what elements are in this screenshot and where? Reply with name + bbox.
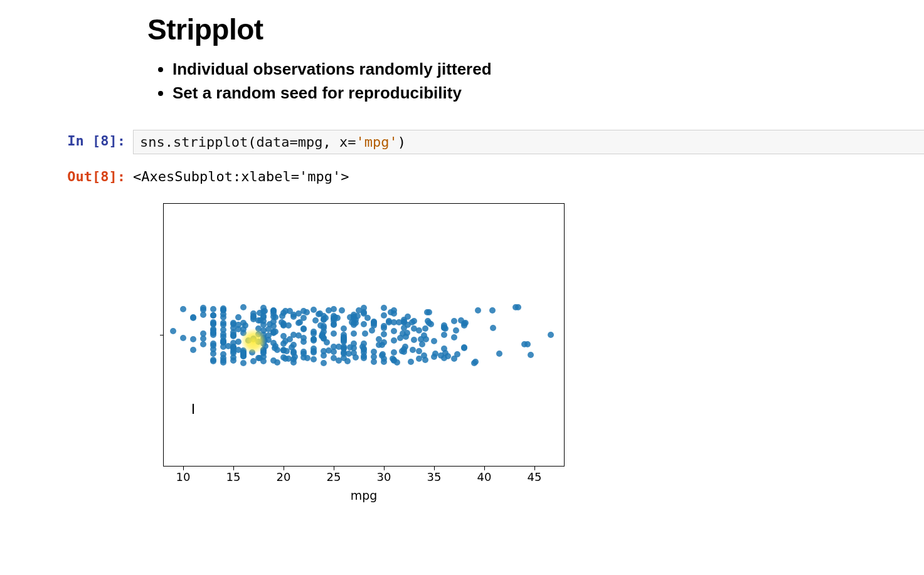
data-point — [405, 314, 411, 320]
data-point — [230, 332, 236, 338]
code-token-arg1-val: mpg — [298, 134, 323, 150]
data-point — [295, 310, 302, 317]
data-point — [471, 360, 477, 366]
data-point — [364, 315, 371, 321]
data-point — [235, 339, 242, 345]
data-point — [339, 307, 345, 314]
data-point — [272, 345, 278, 351]
data-point — [336, 344, 342, 350]
data-point — [411, 337, 417, 343]
data-point — [210, 312, 216, 319]
data-point — [270, 308, 277, 314]
page-title: Stripplot — [147, 13, 869, 46]
xtick-label: 10 — [176, 470, 191, 483]
data-point — [170, 328, 176, 334]
data-point — [255, 339, 262, 345]
data-point — [380, 351, 386, 357]
data-point — [369, 327, 375, 334]
xtick-label: 30 — [377, 470, 391, 483]
data-point — [235, 314, 242, 320]
data-point — [245, 337, 252, 344]
x-axis-label: mpg — [351, 488, 378, 502]
data-point — [300, 339, 307, 345]
data-point — [381, 312, 387, 319]
data-point — [341, 349, 347, 356]
data-point — [322, 315, 329, 321]
code-input[interactable]: sns.stripplot(data=mpg, x='mpg') — [133, 130, 924, 154]
data-point — [371, 319, 377, 325]
data-point — [319, 333, 326, 339]
code-token-arg1-name: data — [256, 134, 289, 150]
xtick-label: 40 — [477, 470, 492, 483]
xtick-label: 35 — [427, 470, 442, 483]
data-point — [190, 315, 196, 321]
data-point — [362, 330, 368, 337]
data-point — [230, 357, 236, 364]
data-point — [220, 327, 226, 333]
data-point — [272, 329, 279, 335]
data-point — [451, 356, 457, 362]
data-point — [521, 341, 528, 347]
data-point — [361, 355, 367, 361]
data-point — [351, 315, 357, 322]
data-point — [292, 354, 298, 360]
bullet-list: Individual observations randomly jittere… — [147, 58, 869, 105]
data-point — [391, 328, 397, 334]
data-point — [438, 352, 444, 359]
xtick-label: 25 — [327, 470, 341, 483]
data-point — [528, 352, 534, 358]
data-point — [391, 337, 397, 344]
data-point — [422, 325, 428, 332]
data-point — [311, 356, 317, 362]
data-point — [210, 326, 216, 332]
data-point — [341, 334, 347, 340]
code-cell-input-row: In [8]: sns.stripplot(data=mpg, x='mpg') — [0, 130, 924, 154]
data-point — [220, 355, 226, 361]
data-point — [397, 335, 403, 341]
data-point — [451, 334, 457, 340]
data-point — [180, 306, 186, 312]
data-point — [200, 335, 206, 342]
data-point — [453, 327, 459, 334]
data-point — [200, 341, 206, 347]
data-point — [326, 347, 332, 354]
data-point — [441, 332, 447, 338]
input-prompt: In [8]: — [0, 130, 133, 149]
data-point — [190, 336, 196, 342]
text-cursor-icon: I — [191, 401, 196, 416]
data-point — [451, 318, 457, 324]
data-point — [445, 353, 451, 359]
data-point — [410, 347, 416, 353]
data-point — [391, 349, 397, 356]
code-token-open: ( — [248, 134, 256, 150]
data-point — [295, 320, 302, 326]
data-point — [235, 322, 242, 328]
data-point — [210, 351, 216, 357]
data-point — [490, 325, 496, 331]
data-point — [300, 325, 307, 332]
data-point — [361, 321, 367, 327]
data-point — [401, 319, 407, 325]
data-point — [316, 311, 322, 317]
data-point — [359, 344, 366, 350]
bullet-item: Set a random seed for reproducibility — [173, 82, 869, 105]
code-token-arg2-name: x — [339, 134, 348, 150]
data-point — [431, 338, 437, 344]
ytick-mark — [160, 335, 164, 335]
data-point — [210, 358, 216, 364]
data-point — [388, 309, 394, 315]
strip-plot: mpg 1015202530354045I — [163, 203, 565, 517]
data-point — [272, 314, 279, 320]
data-point — [200, 312, 206, 318]
data-point — [250, 358, 257, 364]
data-point — [432, 351, 438, 357]
data-point — [489, 307, 496, 314]
code-cell-output-row: Out[8]: <AxesSubplot:xlabel='mpg'> — [0, 166, 924, 184]
xtick-label: 15 — [226, 470, 241, 483]
data-point — [311, 337, 317, 344]
data-point — [341, 325, 347, 332]
data-point — [347, 344, 353, 351]
code-token-eq1: = — [289, 134, 297, 150]
data-point — [262, 343, 268, 349]
data-point — [240, 330, 247, 336]
